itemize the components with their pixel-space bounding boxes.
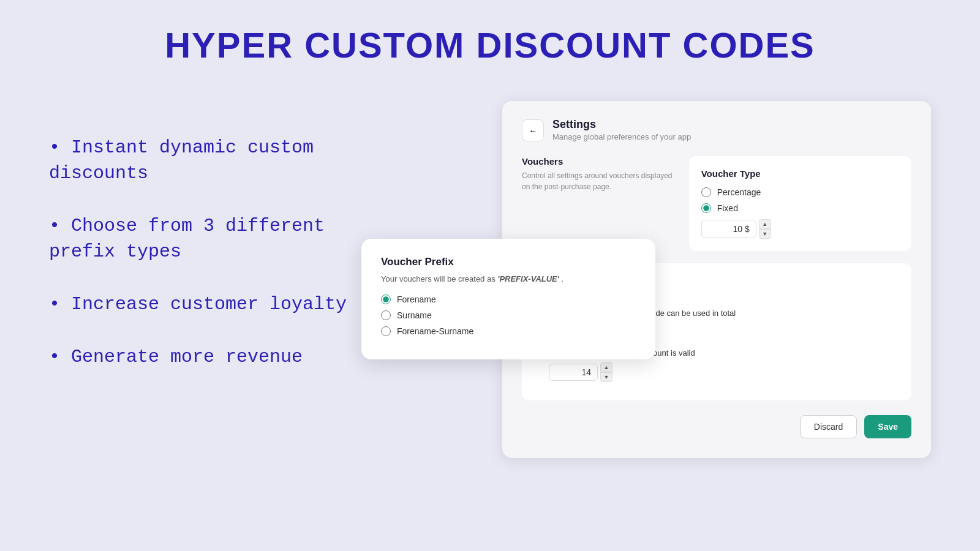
voucher-type-section: Voucher Type Percentage Fixed ▲ ▼: [689, 156, 911, 251]
fixed-radio[interactable]: [701, 203, 711, 213]
feature-list: • Instant dynamic custom discounts • Cho…: [49, 135, 355, 397]
amount-spinner: ▲ ▼: [759, 219, 771, 239]
surname-option[interactable]: Surname: [381, 310, 636, 320]
days-up-btn[interactable]: ▲: [600, 362, 612, 372]
forename-surname-option[interactable]: Forename-Surname: [381, 326, 636, 336]
feature-item-2: • Choose from 3 different prefix types: [49, 213, 355, 264]
percentage-radio[interactable]: [701, 187, 711, 197]
settings-title: Settings: [552, 118, 691, 131]
forename-radio[interactable]: [381, 294, 391, 304]
fixed-label: Fixed: [717, 203, 738, 213]
days-input[interactable]: [549, 364, 598, 381]
vouchers-desc: Control all settings around vouchers dis…: [522, 170, 674, 192]
voucher-prefix-desc-text: Your vouchers will be created as: [381, 274, 497, 283]
surname-radio[interactable]: [381, 310, 391, 320]
settings-header: ← Settings Manage global preferences of …: [522, 118, 911, 141]
voucher-prefix-desc: Your vouchers will be created as 'PREFIX…: [381, 274, 636, 283]
percentage-label: Percentage: [717, 187, 761, 197]
fixed-option[interactable]: Fixed: [701, 203, 899, 213]
feature-item-1: • Instant dynamic custom discounts: [49, 135, 355, 186]
settings-subtitle: Manage global preferences of your app: [552, 132, 691, 141]
voucher-type-title: Voucher Type: [701, 168, 899, 179]
voucher-prefix-title: Voucher Prefix: [381, 256, 636, 268]
feature-item-4: • Generate more revenue: [49, 344, 355, 370]
surname-label: Surname: [397, 310, 432, 320]
page-title: HYPER CUSTOM DISCOUNT CODES: [0, 0, 980, 66]
amount-down-btn[interactable]: ▼: [759, 229, 771, 239]
action-buttons: Discard Save: [522, 415, 911, 438]
days-down-btn[interactable]: ▼: [600, 372, 612, 382]
discard-button[interactable]: Discard: [800, 415, 857, 438]
settings-main-row: Vouchers Control all settings around vou…: [522, 156, 911, 251]
voucher-prefix-card: Voucher Prefix Your vouchers will be cre…: [361, 239, 655, 359]
vouchers-section: Vouchers Control all settings around vou…: [522, 156, 674, 251]
amount-row: ▲ ▼: [701, 219, 899, 239]
amount-input[interactable]: [701, 220, 756, 238]
amount-up-btn[interactable]: ▲: [759, 219, 771, 229]
days-spinner: ▲ ▼: [600, 362, 612, 382]
voucher-prefix-desc-end: .: [561, 274, 564, 283]
voucher-prefix-example: 'PREFIX-VALUE': [497, 274, 559, 283]
feature-item-3: • Increase customer loyalty: [49, 291, 355, 317]
forename-option[interactable]: Forename: [381, 294, 636, 304]
forename-label: Forename: [397, 294, 436, 304]
forename-surname-label: Forename-Surname: [397, 326, 473, 336]
percentage-option[interactable]: Percentage: [701, 187, 899, 197]
back-button[interactable]: ←: [522, 119, 544, 141]
settings-title-block: Settings Manage global preferences of yo…: [552, 118, 691, 141]
days-input-row: ▲ ▼: [549, 362, 899, 382]
forename-surname-radio[interactable]: [381, 326, 391, 336]
back-icon: ←: [529, 126, 537, 135]
save-button[interactable]: Save: [864, 415, 911, 438]
vouchers-title: Vouchers: [522, 156, 674, 167]
